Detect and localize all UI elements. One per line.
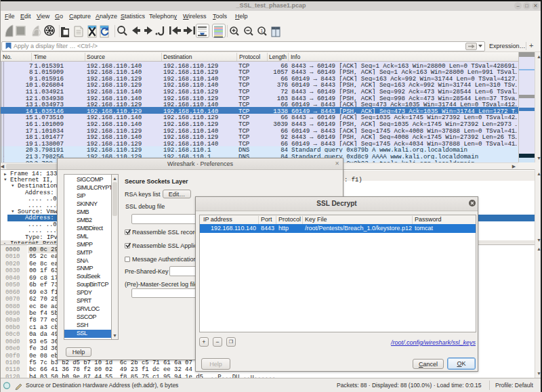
svg-text:1: 1 xyxy=(261,28,264,33)
